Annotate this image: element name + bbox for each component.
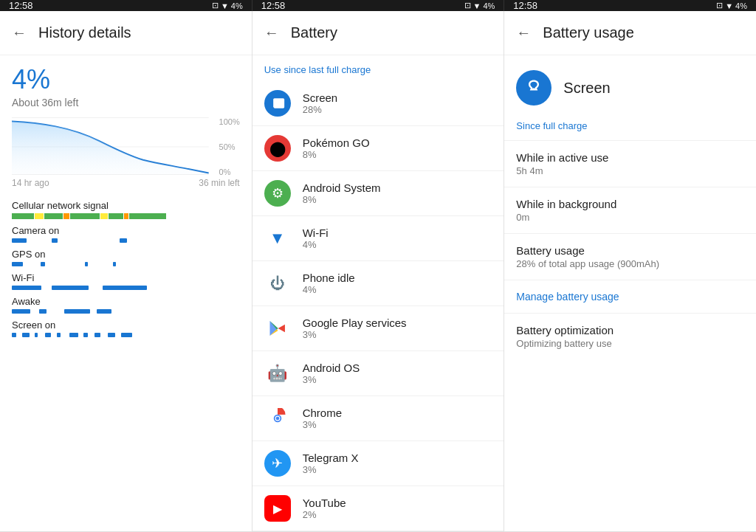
battery-header: ← Battery bbox=[252, 11, 504, 55]
chart-label-0: 0% bbox=[219, 167, 240, 176]
camera-label: Camera on bbox=[12, 225, 240, 236]
battery-chart: 100% 50% 0% bbox=[12, 117, 240, 176]
screen-row: Screen on bbox=[12, 319, 240, 337]
awake-label: Awake bbox=[12, 296, 240, 307]
signal-section: Cellular network signal Camera on bbox=[0, 194, 252, 349]
usage-app-header: Screen bbox=[504, 55, 756, 117]
phone-idle-info: Phone idle 4% bbox=[303, 272, 355, 295]
wifi-app-info: Wi-Fi 4% bbox=[303, 227, 329, 250]
pokemon-app-info: Pokémon GO 8% bbox=[303, 137, 370, 160]
chart-label-50: 50% bbox=[219, 142, 240, 151]
telegram-info: Telegram X 3% bbox=[303, 452, 359, 475]
battery-list: Screen 28% ⬤ Pokémon GO 8% ⚙ bbox=[252, 81, 504, 531]
usage-item-background: While in background 0m bbox=[504, 187, 756, 234]
battery-back-button[interactable]: ← bbox=[264, 24, 279, 41]
chrome-info: Chrome 3% bbox=[303, 407, 342, 430]
list-item[interactable]: 🤖 Android OS 3% bbox=[252, 351, 504, 396]
list-item[interactable]: ⚙ Android System 8% bbox=[252, 171, 504, 216]
usage-screen-icon bbox=[516, 70, 551, 106]
cellular-label: Cellular network signal bbox=[12, 200, 240, 211]
usage-item-battery: Battery usage 28% of total app usage (90… bbox=[504, 234, 756, 280]
battery-percent: 4% bbox=[0, 55, 252, 97]
list-item[interactable]: ✈ Telegram X 3% bbox=[252, 441, 504, 486]
use-since-label: Use since last full charge bbox=[252, 55, 504, 81]
status-icons-2: ⊡ ▼ 4% bbox=[464, 1, 495, 10]
status-time-1: 12:58 bbox=[9, 0, 33, 11]
cellular-row: Cellular network signal bbox=[12, 200, 240, 219]
usage-header: ← Battery usage bbox=[504, 11, 756, 55]
telegram-icon: ✈ bbox=[264, 450, 291, 477]
play-services-icon bbox=[264, 315, 291, 342]
usage-back-button[interactable]: ← bbox=[516, 24, 531, 41]
manage-battery-link[interactable]: Manage battery usage bbox=[504, 280, 756, 313]
android-system-icon: ⚙ bbox=[264, 180, 291, 207]
panel-battery: ← Battery Use since last full charge Scr… bbox=[252, 11, 505, 531]
pokemon-app-icon: ⬤ bbox=[264, 135, 291, 162]
list-item[interactable]: Chrome 3% bbox=[252, 396, 504, 441]
chrome-icon bbox=[264, 405, 291, 432]
phone-idle-icon: ⏻ bbox=[264, 270, 291, 297]
youtube-icon: ▶ bbox=[264, 495, 291, 522]
chart-time-right: 36 min left bbox=[199, 178, 239, 188]
usage-title: Battery usage bbox=[543, 24, 633, 41]
chart-label-100: 100% bbox=[219, 117, 240, 126]
gps-row: GPS on bbox=[12, 249, 240, 266]
status-time-2: 12:58 bbox=[261, 0, 286, 11]
battery-optimization-item[interactable]: Battery optimization Optimizing battery … bbox=[504, 313, 756, 359]
screen-bar bbox=[12, 333, 240, 337]
android-system-info: Android System 8% bbox=[303, 182, 381, 205]
panel-history: ← History details 4% About 36m left bbox=[0, 11, 252, 531]
gps-bar bbox=[12, 262, 240, 266]
wifi-app-icon: ▼ bbox=[264, 225, 291, 252]
list-item[interactable]: ▼ Wi-Fi 4% bbox=[252, 216, 504, 261]
status-bar-1: 12:58 ⊡ ▼ 4% bbox=[0, 0, 252, 11]
camera-bar bbox=[12, 238, 240, 243]
wifi-activity-label: Wi-Fi bbox=[12, 272, 240, 283]
status-time-3: 12:58 bbox=[513, 0, 537, 11]
camera-row: Camera on bbox=[12, 225, 240, 243]
chart-time-labels: 14 hr ago 36 min left bbox=[0, 176, 252, 194]
wifi-bar bbox=[12, 286, 240, 290]
usage-section: While in active use 5h 4m While in backg… bbox=[504, 140, 756, 280]
history-header: ← History details bbox=[0, 11, 252, 55]
list-item[interactable]: Google Play services 3% bbox=[252, 306, 504, 351]
list-item[interactable]: ▶ YouTube 2% bbox=[252, 486, 504, 531]
gps-label: GPS on bbox=[12, 249, 240, 260]
usage-app-name: Screen bbox=[563, 80, 610, 97]
svg-point-5 bbox=[275, 417, 279, 421]
wifi-row: Wi-Fi bbox=[12, 272, 240, 290]
list-item[interactable]: ⏻ Phone idle 4% bbox=[252, 261, 504, 306]
youtube-info: YouTube 2% bbox=[303, 497, 346, 520]
since-full-charge: Since full charge bbox=[504, 117, 756, 140]
awake-row: Awake bbox=[12, 296, 240, 314]
list-item[interactable]: ⬤ Pokémon GO 8% bbox=[252, 126, 504, 171]
history-back-button[interactable]: ← bbox=[12, 24, 27, 41]
awake-bar bbox=[12, 309, 240, 314]
battery-title: Battery bbox=[291, 24, 337, 41]
status-icons-1: ⊡ ▼ 4% bbox=[212, 1, 243, 10]
screen-activity-label: Screen on bbox=[12, 319, 240, 331]
android-os-icon: 🤖 bbox=[264, 360, 291, 387]
battery-time-left: About 36m left bbox=[0, 97, 252, 117]
cellular-bar bbox=[12, 213, 240, 219]
list-item[interactable]: Screen 28% bbox=[252, 81, 504, 126]
screen-app-info: Screen 28% bbox=[303, 91, 338, 115]
status-icons-3: ⊡ ▼ 4% bbox=[716, 1, 747, 10]
android-os-info: Android OS 3% bbox=[303, 362, 360, 385]
usage-item-active: While in active use 5h 4m bbox=[504, 141, 756, 187]
battery-chart-svg bbox=[12, 117, 216, 176]
panel-battery-usage: ← Battery usage Screen Since full charge… bbox=[504, 11, 756, 531]
status-bar-2: 12:58 ⊡ ▼ 4% bbox=[252, 0, 505, 11]
history-title: History details bbox=[38, 24, 131, 41]
status-bar-3: 12:58 ⊡ ▼ 4% bbox=[504, 0, 756, 11]
chart-time-left: 14 hr ago bbox=[12, 178, 49, 188]
screen-app-icon bbox=[264, 90, 291, 117]
play-services-info: Google Play services 3% bbox=[303, 317, 407, 340]
